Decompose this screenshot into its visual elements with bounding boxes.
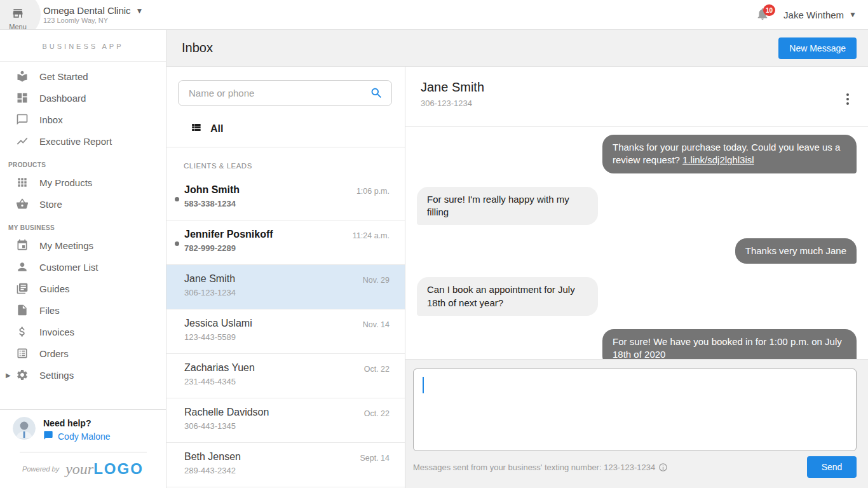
chevron-down-icon: ▼ — [136, 6, 144, 15]
sidebar-item-orders[interactable]: Orders — [0, 342, 166, 364]
sidebar-item-label: Store — [39, 199, 62, 210]
app-window: Menu Omega Dental Clinic ▼ 123 Loomly Wa… — [0, 0, 868, 488]
page-title: Inbox — [182, 41, 213, 55]
sidebar-item-store[interactable]: Store — [0, 193, 166, 215]
chat-bubble-icon — [43, 430, 53, 443]
contact-timestamp: 1:06 p.m. — [356, 187, 390, 196]
help-title: Need help? — [43, 417, 111, 428]
sidebar-item-dashboard[interactable]: Dashboard — [0, 87, 166, 109]
get-started-icon — [16, 70, 29, 83]
contact-phone: 306-443-1345 — [184, 421, 395, 431]
guides-icon — [16, 282, 29, 295]
message-incoming: Can I book an appointment for July 18th … — [417, 277, 857, 316]
contact-row-john-smith[interactable]: John Smith583-338-12341:06 p.m. — [166, 176, 405, 220]
filter-all[interactable]: All — [166, 114, 405, 147]
sidebar-item-executive-report[interactable]: Executive Report — [0, 130, 166, 152]
contact-row-jessica-uslami[interactable]: Jessica Uslami123-443-5589Nov. 14 — [166, 309, 405, 354]
info-icon[interactable] — [658, 463, 668, 472]
sidebar-item-files[interactable]: Files — [0, 299, 166, 321]
sidebar-item-customer-list[interactable]: Customer List — [0, 256, 166, 278]
sidebar-item-inbox[interactable]: Inbox — [0, 109, 166, 130]
contact-timestamp: Nov. 29 — [363, 276, 390, 285]
menu-button[interactable]: Menu — [0, 0, 41, 30]
sidebar-section-my-business: MY BUSINESS — [8, 224, 166, 231]
conversation-menu-button[interactable] — [844, 91, 851, 107]
powered-by-label: Powered by — [22, 465, 59, 473]
sidebar-item-label: Settings — [39, 370, 74, 381]
filter-all-label: All — [210, 123, 223, 135]
contact-row-jennifer-posnikoff[interactable]: Jennifer Posnikoff782-999-228911:24 a.m. — [166, 220, 405, 265]
contact-row-beth-jensen[interactable]: Beth Jensen289-443-2342Sept. 14 — [166, 443, 405, 487]
conversation-panel: Jane Smith 306-123-1234 Thanks for your … — [405, 67, 868, 488]
search-icon[interactable] — [370, 86, 383, 100]
notifications-button[interactable]: 10 — [756, 7, 771, 22]
support-avatar — [13, 417, 36, 440]
send-button[interactable]: Send — [807, 456, 857, 478]
message-incoming: For sure! I'm really happy with my filli… — [417, 187, 857, 226]
contact-phone: 782-999-2289 — [184, 243, 395, 253]
sidebar-section-products: PRODUCTS — [8, 161, 166, 168]
customer-list-icon — [16, 261, 29, 273]
new-message-button[interactable]: New Message — [778, 37, 857, 59]
sidebar-item-invoices[interactable]: Invoices — [0, 321, 166, 342]
message-bubble: Thanks very much Jane — [735, 238, 857, 264]
message-bubble: For sure! We have you booked in for 1:00… — [602, 329, 857, 359]
contact-timestamp: 11:24 a.m. — [353, 231, 390, 240]
contact-timestamp: Sept. 14 — [360, 454, 390, 463]
help-card: Need help? Cody Malone — [0, 410, 166, 448]
message-composer: Messages sent from your business' textin… — [405, 359, 868, 488]
menu-button-label: Menu — [9, 23, 27, 30]
sidebar-item-my-meetings[interactable]: My Meetings — [0, 234, 166, 256]
sidebar-item-get-started[interactable]: Get Started — [0, 65, 166, 87]
contact-phone: 289-443-2342 — [184, 466, 395, 475]
message-outgoing: Thanks for your purchase today. Could yo… — [417, 135, 857, 173]
sidebar-item-label: Guides — [39, 283, 70, 294]
contact-row-rachelle-davidson[interactable]: Rachelle Davidson306-443-1345Oct. 22 — [166, 398, 405, 443]
orders-icon — [16, 347, 29, 360]
message-bubble: Thanks for your purchase today. Could yo… — [602, 135, 857, 173]
topbar: Menu Omega Dental Clinic ▼ 123 Loomly Wa… — [0, 0, 868, 30]
page-header: Inbox New Message — [166, 30, 868, 67]
sidebar-item-label: My Products — [39, 177, 92, 188]
sidebar-item-label: Inbox — [39, 114, 63, 125]
message-outgoing: Thanks very much Jane — [417, 238, 857, 264]
contact-list: John Smith583-338-12341:06 p.m.Jennifer … — [166, 176, 405, 488]
message-bubble: Can I book an appointment for July 18th … — [417, 277, 598, 316]
user-name: Jake Winthem — [783, 10, 844, 20]
powered-by-logo: Powered by your LOGO — [0, 452, 166, 488]
sidebar: BUSINESS APP Get StartedDashboardInboxEx… — [0, 30, 166, 488]
business-selector[interactable]: Omega Dental Clinic ▼ 123 Loomly Way, NY — [43, 5, 143, 24]
app-title: BUSINESS APP — [0, 30, 166, 62]
sidebar-footer: Need help? Cody Malone Powered by your L… — [0, 409, 166, 488]
storefront-icon — [11, 7, 24, 22]
sidebar-item-my-products[interactable]: My Products — [0, 172, 166, 193]
chevron-down-icon: ▼ — [849, 10, 857, 19]
search-input[interactable] — [178, 80, 392, 106]
sidebar-item-label: Orders — [39, 348, 69, 359]
contact-phone: 583-338-1234 — [184, 199, 395, 208]
unread-dot — [175, 197, 179, 201]
contact-row-zacharias-yuen[interactable]: Zacharias Yuen231-445-4345Oct. 22 — [166, 354, 405, 398]
help-agent-name: Cody Malone — [58, 431, 111, 442]
invoices-icon — [16, 325, 29, 338]
message-link[interactable]: 1.link/sdj2lghl3isl — [682, 154, 754, 165]
conversation-contact-name: Jane Smith — [421, 80, 853, 95]
contact-name: Zacharias Yuen — [184, 362, 395, 374]
sidebar-item-settings[interactable]: ▶Settings — [0, 364, 166, 386]
contact-timestamp: Nov. 14 — [363, 320, 390, 329]
search-bar — [166, 67, 405, 114]
texting-number-note: Messages sent from your business' textin… — [413, 463, 655, 472]
sidebar-item-guides[interactable]: Guides — [0, 278, 166, 299]
help-agent-link[interactable]: Cody Malone — [43, 430, 111, 443]
business-address: 123 Loomly Way, NY — [43, 17, 143, 24]
message-thread: Thanks for your purchase today. Could yo… — [405, 127, 868, 359]
contact-timestamp: Oct. 22 — [364, 365, 390, 374]
my-meetings-icon — [16, 239, 29, 252]
settings-icon — [16, 369, 29, 381]
main-panel: Inbox New Message A — [166, 30, 868, 488]
message-input[interactable] — [413, 369, 857, 451]
contact-phone: 231-445-4345 — [184, 377, 395, 386]
contact-row-jane-smith[interactable]: Jane Smith306-123-1234Nov. 29 — [166, 265, 405, 309]
user-menu[interactable]: Jake Winthem ▼ — [783, 10, 857, 20]
chevron-right-icon: ▶ — [6, 372, 11, 379]
